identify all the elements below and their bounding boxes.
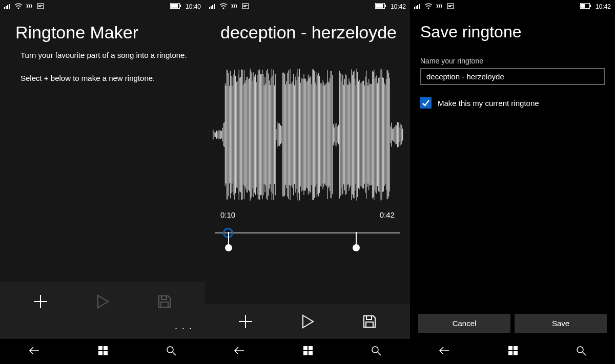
svg-rect-271 [448,6,451,7]
add-button[interactable] [235,311,256,332]
start-button[interactable] [303,346,313,358]
svg-rect-200 [357,72,358,197]
svg-rect-33 [213,130,213,139]
svg-rect-244 [396,125,396,144]
svg-rect-233 [386,79,386,190]
nav-bar [410,339,615,364]
svg-rect-43 [221,131,222,138]
notification-icon [447,3,454,11]
svg-rect-141 [306,81,307,187]
svg-rect-186 [345,74,346,195]
svg-rect-15 [161,302,168,307]
svg-rect-54 [231,76,232,193]
svg-rect-179 [339,71,340,198]
svg-rect-211 [367,82,367,187]
svg-rect-199 [357,69,357,201]
svg-rect-81 [254,77,255,193]
more-button[interactable]: · · · [175,323,193,334]
svg-rect-87 [259,70,260,200]
svg-rect-207 [363,81,364,189]
save-button[interactable] [154,291,175,312]
svg-rect-270 [448,5,453,6]
cancel-button[interactable]: Cancel [418,314,510,333]
svg-rect-23 [211,6,212,9]
svg-rect-100 [271,78,271,192]
svg-rect-241 [393,129,393,141]
search-button[interactable] [166,346,176,358]
svg-rect-228 [382,69,382,200]
svg-rect-9 [171,4,178,8]
svg-rect-108 [278,122,278,147]
play-button[interactable] [297,311,318,332]
svg-rect-29 [243,6,246,7]
save-button[interactable] [359,311,380,332]
status-bar: 10:40 [0,0,205,13]
svg-rect-71 [245,80,246,189]
svg-rect-91 [263,74,263,196]
start-button[interactable] [508,346,518,358]
svg-rect-220 [375,79,375,190]
end-time-label: 0:42 [380,210,395,219]
signal-icon [209,3,216,11]
svg-rect-260 [303,351,308,355]
svg-rect-75 [249,78,250,191]
svg-rect-117 [285,84,286,185]
search-button[interactable] [576,346,586,358]
ringtone-name-input[interactable]: deception - herzeloyde [420,68,605,85]
nav-bar [0,339,205,364]
svg-rect-129 [296,80,296,189]
svg-rect-247 [398,122,399,146]
svg-rect-114 [283,72,283,198]
set-current-checkbox-row[interactable]: Make this my current ringtone [410,85,615,121]
back-button[interactable] [439,346,450,358]
svg-rect-99 [270,85,271,184]
svg-rect-7 [38,6,41,7]
svg-rect-66 [241,70,242,200]
svg-rect-159 [322,85,322,184]
svg-rect-113 [282,73,282,196]
svg-rect-50 [228,70,228,200]
svg-rect-67 [242,70,242,200]
add-button[interactable] [30,291,51,312]
svg-rect-74 [248,79,249,190]
waveform[interactable] [210,63,405,206]
svg-rect-164 [326,83,326,186]
svg-rect-185 [344,79,345,190]
svg-rect-224 [378,78,379,191]
svg-rect-167 [329,83,329,186]
svg-rect-94 [265,84,266,186]
range-end-handle[interactable] [356,232,357,245]
svg-rect-143 [308,75,309,195]
svg-rect-72 [247,77,247,192]
play-button[interactable] [92,291,113,312]
svg-rect-47 [225,83,225,186]
search-button[interactable] [371,346,381,358]
svg-rect-165 [327,70,327,199]
svg-rect-73 [248,77,248,192]
checkbox-checked[interactable] [420,97,432,109]
svg-rect-264 [414,7,415,9]
svg-rect-68 [243,84,243,185]
svg-rect-250 [401,124,401,145]
start-button[interactable] [98,346,108,358]
svg-rect-156 [319,76,320,193]
notification-icon [37,3,44,11]
back-button[interactable] [29,346,40,358]
svg-rect-18 [98,351,102,355]
range-slider[interactable] [215,227,400,258]
svg-rect-90 [262,70,262,200]
back-button[interactable] [234,346,245,358]
time-labels: 0:10 0:42 [205,206,410,219]
svg-rect-79 [253,81,253,189]
range-start-handle[interactable] [228,232,229,245]
svg-rect-154 [317,75,318,195]
play-icon [300,314,315,329]
start-time-label: 0:10 [220,210,235,219]
check-icon [422,99,430,107]
confirm-save-button[interactable]: Save [515,314,607,333]
svg-line-21 [173,352,176,355]
svg-rect-53 [230,71,231,199]
svg-rect-41 [220,131,220,139]
battery-icon [170,3,181,10]
svg-point-4 [18,7,19,9]
